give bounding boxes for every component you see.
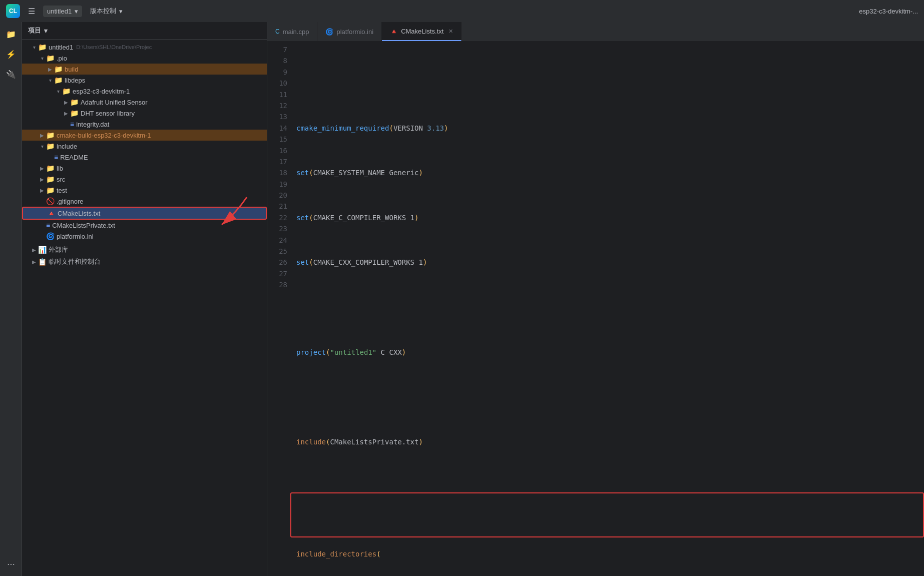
tree-label-include: include	[57, 143, 77, 150]
tree-label-src: src	[57, 176, 65, 183]
tree-label-console: 临时文件和控制台	[49, 257, 101, 266]
tree-label-build: build	[65, 66, 78, 73]
tree-item-external[interactable]: ▶ 📊 外部库	[22, 244, 267, 256]
tree-item-esp32[interactable]: ▾ 📁 esp32-c3-devkitm-1	[22, 86, 267, 97]
tree-label-lib: lib	[57, 165, 63, 172]
code-line-7	[292, 78, 924, 89]
main-area: 📁 ⚡ 🔌 ⋯ 项目 ▾ ▾ 📁 untitled1 D:\Users\SHL\…	[0, 22, 924, 576]
panel-arrow[interactable]: ▾	[44, 27, 48, 35]
tree-label-gitignore: .gitignore	[57, 198, 83, 205]
tree-label-cmakelists: CMakeLists.txt	[58, 210, 100, 217]
project-selector[interactable]: untitled1 ▾	[43, 6, 82, 17]
code-line-13: project("untitled1" C CXX)	[292, 347, 924, 358]
editor-area: C main.cpp 🌀 platformio.ini 🔺 CMakeLists…	[267, 22, 924, 576]
tree-item-gitignore[interactable]: ▶ 🚫 .gitignore	[22, 196, 267, 207]
project-name: untitled1	[47, 8, 72, 15]
code-line-15: include(CMakeListsPrivate.txt)	[292, 436, 924, 447]
tree-label-readme: README	[60, 154, 88, 161]
tab-platformio-ini[interactable]: 🌀 platformio.ini	[317, 22, 382, 41]
code-line-14	[292, 391, 924, 402]
tree-label-platformio: platformio.ini	[57, 233, 94, 240]
code-line-16: include_directories(	[292, 548, 924, 559]
tab-label-cmake: CMakeLists.txt	[401, 28, 443, 35]
tree-item-pio[interactable]: ▾ 📁 .pio	[22, 53, 267, 64]
hamburger-menu[interactable]: ☰	[28, 7, 35, 16]
tab-icon-cmake: 🔺	[390, 28, 398, 35]
tree-item-lib[interactable]: ▶ 📁 lib	[22, 163, 267, 174]
tab-icon-cpp: C	[275, 28, 280, 35]
tree-item-dht[interactable]: ▶ 📁 DHT sensor library	[22, 108, 267, 119]
tree-item-console[interactable]: ▶ 📋 临时文件和控制台	[22, 256, 267, 268]
tree-label-esp32: esp32-c3-devkitm-1	[73, 88, 130, 95]
tree-label-adafruit: Adafruit Unified Sensor	[81, 99, 148, 106]
code-line-9: set(CMAKE_SYSTEM_NAME Generic)	[292, 167, 924, 178]
project-arrow: ▾	[75, 8, 78, 15]
file-tree: ▾ 📁 untitled1 D:\Users\SHL\OneDrive\Proj…	[22, 40, 267, 576]
tab-cmakelists-txt[interactable]: 🔺 CMakeLists.txt ✕	[382, 22, 461, 41]
tree-item-include[interactable]: ▾ 📁 include	[22, 141, 267, 152]
tree-label-pio: .pio	[57, 55, 67, 62]
tree-item-build[interactable]: ▶ 📁 build	[22, 64, 267, 75]
code-line-12	[292, 302, 924, 313]
tree-label-libdeps: libdeps	[65, 77, 85, 84]
tree-item-untitled1[interactable]: ▾ 📁 untitled1 D:\Users\SHL\OneDrive\Proj…	[22, 42, 267, 53]
code-line-8: cmake_minimum_required(VERSION 3.13)	[292, 123, 924, 134]
bookmarks-icon[interactable]: ⚡	[3, 46, 19, 62]
code-content: cmake_minimum_required(VERSION 3.13) set…	[292, 42, 924, 576]
more-tools-icon[interactable]: ⋯	[3, 556, 19, 572]
tab-main-cpp[interactable]: C main.cpp	[267, 22, 317, 41]
tree-item-adafruit[interactable]: ▶ 📁 Adafruit Unified Sensor	[22, 97, 267, 108]
icon-sidebar: 📁 ⚡ 🔌 ⋯	[0, 22, 22, 576]
tree-label-cmakelistsprivate: CMakeListsPrivate.txt	[52, 222, 115, 229]
tree-item-platformio[interactable]: ▶ 🌀 platformio.ini	[22, 231, 267, 242]
tab-label-cpp: main.cpp	[283, 28, 309, 36]
line-numbers: 7 8 9 10 11 12 13 14 15 16 17 18 19 20 2…	[267, 42, 292, 576]
vcs-menu[interactable]: 版本控制 ▾	[90, 7, 123, 16]
panel-title: 项目	[28, 26, 41, 35]
tree-path: D:\Users\SHL\OneDrive\Projec	[76, 44, 152, 50]
code-editor[interactable]: 7 8 9 10 11 12 13 14 15 16 17 18 19 20 2…	[267, 42, 924, 576]
tab-icon-pio: 🌀	[325, 28, 333, 36]
tree-label-external: 外部库	[49, 245, 68, 254]
plugins-icon[interactable]: 🔌	[3, 66, 19, 82]
tree-label-dht: DHT sensor library	[81, 110, 135, 117]
tree-item-cmake-build[interactable]: ▶ 📁 cmake-build-esp32-c3-devkitm-1	[22, 130, 267, 141]
highlighted-section: include_directories( .pio/libdeps/esp32-…	[292, 492, 924, 576]
tree-label: untitled1	[49, 44, 73, 51]
window-title: esp32-c3-devkitm-...	[859, 8, 918, 15]
tree-item-readme[interactable]: ▶ ≡ README	[22, 152, 267, 163]
tree-label-integrity: integrity.dat	[76, 121, 109, 128]
tree-item-libdeps[interactable]: ▾ 📁 libdeps	[22, 75, 267, 86]
code-line-10: set(CMAKE_C_COMPILER_WORKS 1)	[292, 212, 924, 223]
tab-close-cmake[interactable]: ✕	[448, 28, 453, 35]
red-box-highlight	[290, 492, 924, 537]
tree-item-integrity[interactable]: ▶ ≡ integrity.dat	[22, 119, 267, 130]
title-bar: CL ☰ untitled1 ▾ 版本控制 ▾ esp32-c3-devkitm…	[0, 0, 924, 22]
project-tree-icon[interactable]: 📁	[3, 26, 19, 42]
tree-item-cmakelists[interactable]: ▶ 🔺 CMakeLists.txt	[22, 207, 267, 220]
vcs-arrow: ▾	[119, 8, 123, 15]
file-panel: 项目 ▾ ▾ 📁 untitled1 D:\Users\SHL\OneDrive…	[22, 22, 267, 576]
vcs-label: 版本控制	[90, 7, 116, 16]
tree-label-test: test	[57, 187, 67, 194]
tree-item-cmakelistsprivate[interactable]: ▶ ≡ CMakeListsPrivate.txt	[22, 220, 267, 231]
tree-label-cmake-build: cmake-build-esp32-c3-devkitm-1	[57, 132, 151, 139]
tab-bar: C main.cpp 🌀 platformio.ini 🔺 CMakeLists…	[267, 22, 924, 42]
code-line-11: set(CMAKE_CXX_COMPILER_WORKS 1)	[292, 257, 924, 268]
app-logo: CL	[6, 4, 20, 18]
tree-item-src[interactable]: ▶ 📁 src	[22, 174, 267, 185]
tab-label-pio: platformio.ini	[336, 28, 373, 36]
panel-header: 项目 ▾	[22, 22, 267, 40]
tree-item-test[interactable]: ▶ 📁 test	[22, 185, 267, 196]
